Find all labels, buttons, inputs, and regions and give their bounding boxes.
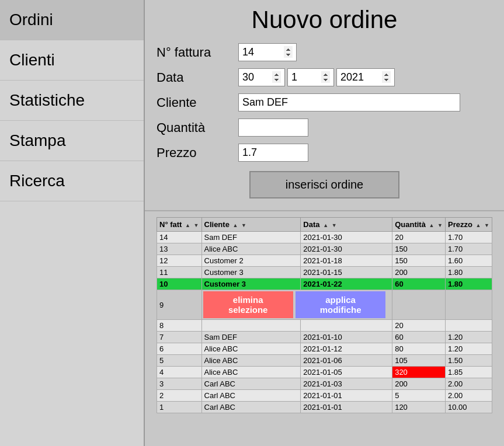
qty-label: Quantità bbox=[157, 120, 238, 135]
table-row[interactable]: 1Carl ABC2021-01-0112010.00 bbox=[157, 402, 492, 413]
invoice-cell: 14 bbox=[157, 232, 202, 243]
qty-cell: 80 bbox=[392, 343, 446, 355]
sort-qty-desc[interactable]: ▼ bbox=[437, 222, 443, 228]
table-row[interactable]: 820 bbox=[157, 320, 492, 332]
client-cell: Alice ABC bbox=[201, 355, 301, 367]
date-year-input[interactable] bbox=[336, 68, 395, 86]
sort-invoice-desc[interactable]: ▼ bbox=[194, 222, 199, 228]
qty-cell: 105 bbox=[392, 355, 446, 367]
client-cell: Alice ABC bbox=[201, 243, 301, 255]
col-invoice: N° fatt ▲ ▼ bbox=[157, 218, 202, 232]
price-cell: 2.00 bbox=[445, 378, 492, 390]
client-cell: Carl ABC bbox=[201, 378, 301, 390]
price-cell: 1.80 bbox=[445, 267, 492, 278]
qty-input[interactable] bbox=[238, 119, 308, 137]
orders-table: N° fatt ▲ ▼ Cliente ▲ ▼ Data ▲ ▼ bbox=[157, 217, 492, 413]
client-row: Cliente bbox=[157, 93, 492, 112]
invoice-cell: 6 bbox=[157, 343, 202, 355]
date-cell: 2021-01-01 bbox=[301, 390, 392, 402]
qty-cell: 5 bbox=[392, 390, 446, 402]
client-cell: Alice ABC bbox=[201, 343, 301, 355]
qty-cell: 20 bbox=[392, 232, 446, 243]
price-cell: 1.70 bbox=[445, 243, 492, 255]
table-row[interactable]: 12Customer 22021-01-181501.60 bbox=[157, 255, 492, 267]
qty-cell: 320 bbox=[392, 367, 446, 378]
table-row[interactable]: 2Carl ABC2021-01-0152.00 bbox=[157, 390, 492, 402]
client-cell bbox=[201, 320, 301, 332]
table-row[interactable]: 13Alice ABC2021-01-301501.70 bbox=[157, 243, 492, 255]
qty-cell: 200 bbox=[392, 378, 446, 390]
table-row[interactable]: 7Sam DEF2021-01-10601.20 bbox=[157, 332, 492, 343]
invoice-cell: 11 bbox=[157, 267, 202, 278]
sort-price-desc[interactable]: ▼ bbox=[484, 222, 489, 228]
date-cell: 2021-01-10 bbox=[301, 332, 392, 343]
date-month-input[interactable] bbox=[287, 68, 334, 86]
date-label: Data bbox=[157, 70, 238, 85]
invoice-cell: 13 bbox=[157, 243, 202, 255]
client-cell: Customer 3 bbox=[201, 267, 301, 278]
qty-cell: 60 bbox=[392, 278, 446, 290]
price-cell: 10.00 bbox=[445, 402, 492, 413]
client-cell: Customer 2 bbox=[201, 255, 301, 267]
table-row[interactable]: 4Alice ABC2021-01-053201.85 bbox=[157, 367, 492, 378]
qty-cell: 150 bbox=[392, 243, 446, 255]
price-cell: 1.80 bbox=[445, 278, 492, 290]
invoice-cell: 3 bbox=[157, 378, 202, 390]
apply-changes-button[interactable]: applica modifiche bbox=[296, 291, 385, 318]
sidebar-item-clienti[interactable]: Clienti bbox=[0, 40, 144, 81]
sidebar-item-statistiche[interactable]: Statistiche bbox=[0, 81, 144, 121]
main-content: Nuovo ordine N° fattura Data Cliente Qua… bbox=[145, 0, 504, 446]
qty-cell: 200 bbox=[392, 267, 446, 278]
qty-cell: 150 bbox=[392, 255, 446, 267]
date-cell: 2021-01-05 bbox=[301, 367, 392, 378]
qty-cell: 120 bbox=[392, 402, 446, 413]
table-row[interactable]: 14Sam DEF2021-01-30201.70 bbox=[157, 232, 492, 243]
client-input[interactable] bbox=[238, 93, 460, 112]
client-cell: Alice ABC bbox=[201, 367, 301, 378]
action-qty-cell bbox=[392, 290, 446, 320]
sort-price-asc[interactable]: ▲ bbox=[476, 222, 481, 228]
price-row: Prezzo bbox=[157, 144, 492, 162]
client-cell: Sam DEF bbox=[201, 332, 301, 343]
price-cell: 1.60 bbox=[445, 255, 492, 267]
client-label: Cliente bbox=[157, 95, 238, 110]
qty-cell: 60 bbox=[392, 332, 446, 343]
price-cell: 1.50 bbox=[445, 355, 492, 367]
date-cell: 2021-01-22 bbox=[301, 278, 392, 290]
table-row-action: 9elimina selezioneapplica modifiche bbox=[157, 290, 492, 320]
price-cell: 1.20 bbox=[445, 343, 492, 355]
invoice-cell: 5 bbox=[157, 355, 202, 367]
invoice-input[interactable] bbox=[238, 43, 297, 61]
sort-date-desc[interactable]: ▼ bbox=[332, 222, 337, 228]
sort-client-asc[interactable]: ▲ bbox=[232, 222, 238, 228]
sort-qty-asc[interactable]: ▲ bbox=[429, 222, 435, 228]
sort-invoice-asc[interactable]: ▲ bbox=[185, 222, 190, 228]
price-cell: 1.70 bbox=[445, 232, 492, 243]
table-row[interactable]: 5Alice ABC2021-01-061051.50 bbox=[157, 355, 492, 367]
table-row[interactable]: 11Customer 32021-01-152001.80 bbox=[157, 267, 492, 278]
sidebar-item-ordini[interactable]: Ordini bbox=[0, 0, 144, 40]
price-input[interactable] bbox=[238, 144, 308, 162]
table-row[interactable]: 3Carl ABC2021-01-032002.00 bbox=[157, 378, 492, 390]
client-cell: Sam DEF bbox=[201, 232, 301, 243]
date-cell: 2021-01-30 bbox=[301, 243, 392, 255]
date-day-input[interactable] bbox=[238, 68, 285, 86]
sidebar-item-ricerca[interactable]: Ricerca bbox=[0, 161, 144, 201]
action-buttons-cell: elimina selezioneapplica modifiche bbox=[201, 290, 392, 320]
date-row: Data bbox=[157, 68, 492, 86]
col-date: Data ▲ ▼ bbox=[301, 218, 392, 232]
price-cell: 1.20 bbox=[445, 332, 492, 343]
sidebar-item-stampa[interactable]: Stampa bbox=[0, 121, 144, 161]
action-price-cell bbox=[445, 290, 492, 320]
price-label: Prezzo bbox=[157, 145, 238, 161]
sort-date-asc[interactable]: ▲ bbox=[323, 222, 328, 228]
date-cell: 2021-01-01 bbox=[301, 402, 392, 413]
delete-selection-button[interactable]: elimina selezione bbox=[203, 291, 293, 318]
table-row[interactable]: 6Alice ABC2021-01-12801.20 bbox=[157, 343, 492, 355]
table-row[interactable]: 10Customer 32021-01-22601.80 bbox=[157, 278, 492, 290]
date-cell: 2021-01-15 bbox=[301, 267, 392, 278]
date-cell: 2021-01-06 bbox=[301, 355, 392, 367]
date-cell: 2021-01-03 bbox=[301, 378, 392, 390]
sort-client-desc[interactable]: ▼ bbox=[241, 222, 246, 228]
insert-order-button[interactable]: inserisci ordine bbox=[249, 171, 399, 198]
